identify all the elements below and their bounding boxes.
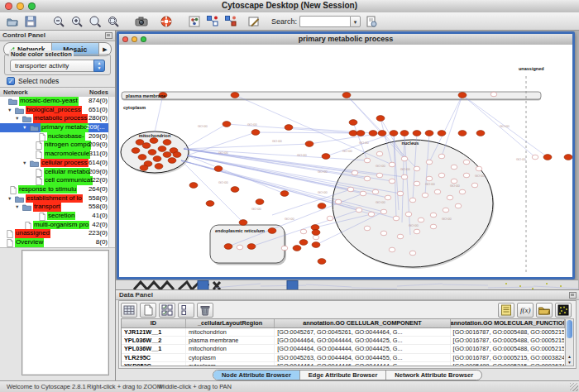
gene-node[interactable]: [405, 212, 412, 217]
tree-row[interactable]: secretion41(0): [0, 212, 115, 221]
selected-gene-node[interactable]: [189, 183, 198, 189]
gene-node[interactable]: [327, 216, 333, 221]
selected-gene-node[interactable]: [231, 93, 239, 98]
tree-row[interactable]: response to stimulu264(0): [0, 185, 115, 194]
selected-gene-node[interactable]: [256, 199, 264, 205]
selected-gene-node[interactable]: [231, 187, 239, 193]
selected-gene-node[interactable]: [413, 131, 421, 136]
gene-node[interactable]: [356, 208, 362, 213]
gene-node[interactable]: [414, 166, 420, 171]
gene-node[interactable]: [471, 183, 478, 188]
table-scrollbar[interactable]: ▲▼: [565, 318, 574, 366]
gene-node[interactable]: [451, 165, 457, 170]
tree-row[interactable]: mosaic-demo-yeast874(0): [0, 97, 115, 106]
snapshot-icon[interactable]: [134, 14, 149, 29]
matrix-icon[interactable]: [555, 303, 572, 318]
gene-node[interactable]: [476, 166, 482, 171]
tab-network-attribute-browser[interactable]: Network Attribute Browser: [386, 370, 481, 380]
delete-attr-icon[interactable]: [197, 303, 213, 318]
gene-node[interactable]: [414, 181, 420, 186]
selected-gene-node[interactable]: [299, 240, 308, 246]
tree-row[interactable]: unassigned223(0): [0, 229, 115, 238]
tree-row[interactable]: ▼transport558(0): [0, 203, 115, 212]
gene-node[interactable]: [455, 203, 462, 208]
selected-gene-node[interactable]: [239, 220, 247, 226]
expander-icon[interactable]: ▼: [15, 203, 19, 212]
scrollbar-arrows-icon[interactable]: ▲▼: [566, 354, 573, 366]
gene-node[interactable]: [414, 229, 420, 234]
expander-icon[interactable]: ▼: [7, 194, 12, 203]
selected-gene-node[interactable]: [268, 228, 276, 234]
gene-node[interactable]: [352, 170, 358, 175]
gene-node[interactable]: [335, 199, 342, 204]
selected-gene-node[interactable]: [311, 225, 319, 231]
selected-gene-node[interactable]: [318, 259, 326, 265]
gene-node[interactable]: [430, 224, 437, 229]
gene-node[interactable]: [397, 191, 404, 196]
selected-gene-node[interactable]: [356, 131, 365, 136]
selected-gene-node[interactable]: [247, 244, 256, 250]
modify-network-icon[interactable]: [223, 14, 238, 29]
gene-node[interactable]: [438, 173, 445, 178]
select-nodes-checkbox[interactable]: ✓: [7, 77, 15, 85]
search-input[interactable]: [299, 16, 350, 27]
column-header[interactable]: _cellularLayoutRegion: [186, 319, 275, 327]
attr-table-icon[interactable]: [121, 303, 137, 318]
tree-row[interactable]: nucleobase-209(0): [0, 132, 115, 141]
expander-icon[interactable]: ▼: [15, 114, 19, 123]
expander-icon[interactable]: ▼: [7, 106, 12, 115]
tree-row[interactable]: multi-organism pro42(0): [0, 221, 115, 230]
gene-node[interactable]: [380, 231, 387, 236]
selected-gene-node[interactable]: [163, 140, 171, 146]
selected-gene-node[interactable]: [312, 230, 320, 236]
select-attrs-icon[interactable]: [159, 303, 175, 318]
selected-gene-node[interactable]: [136, 140, 144, 146]
selected-gene-node[interactable]: [476, 131, 485, 136]
search-dropdown-icon[interactable]: ▾: [350, 16, 361, 27]
tree-scrollbar[interactable]: [108, 97, 115, 247]
vizmapper-icon[interactable]: [187, 14, 202, 29]
gene-node[interactable]: [364, 226, 371, 231]
tree-row[interactable]: cellular metabo209(0): [0, 168, 115, 177]
tab-edge-attribute-browser[interactable]: Edge Attribute Browser: [300, 370, 386, 380]
gene-node[interactable]: [389, 247, 395, 252]
gene-node[interactable]: [459, 189, 466, 194]
selected-gene-node[interactable]: [425, 131, 433, 136]
selected-gene-node[interactable]: [543, 155, 552, 160]
network-canvas[interactable]: GO:00GO:00GO:00GO:00GO:00GO:00GO:00GO:00…: [119, 45, 572, 277]
gene-node[interactable]: [430, 213, 437, 218]
gene-node[interactable]: [360, 191, 366, 196]
selected-gene-node[interactable]: [390, 131, 398, 136]
unselect-attrs-icon[interactable]: [178, 303, 194, 318]
zoom-selected-icon[interactable]: [106, 14, 121, 29]
selected-gene-node[interactable]: [173, 152, 181, 158]
selected-gene-node[interactable]: [223, 122, 231, 127]
selected-gene-node[interactable]: [458, 93, 467, 98]
resize-grip[interactable]: [570, 383, 578, 391]
tree-col-network[interactable]: Network: [3, 88, 28, 97]
selected-gene-node[interactable]: [378, 131, 386, 136]
gene-node[interactable]: [438, 154, 445, 159]
gene-node[interactable]: [447, 195, 453, 200]
selected-gene-node[interactable]: [168, 158, 176, 164]
notes-icon[interactable]: [498, 303, 514, 318]
gene-node[interactable]: [463, 173, 470, 178]
selected-gene-node[interactable]: [438, 131, 446, 136]
gene-node[interactable]: [490, 92, 497, 97]
selected-gene-node[interactable]: [312, 242, 320, 248]
selected-gene-node[interactable]: [251, 130, 260, 136]
gene-node[interactable]: [380, 209, 387, 214]
node-color-dropdown[interactable]: transporter activity ▲▼: [10, 60, 105, 72]
expander-icon[interactable]: ▼: [22, 159, 26, 168]
zoom-fit-icon[interactable]: [88, 14, 103, 29]
selected-gene-node[interactable]: [163, 152, 171, 158]
selected-gene-node[interactable]: [342, 93, 351, 98]
network-window-titlebar[interactable]: primary metabolic process: [119, 34, 572, 45]
gene-node[interactable]: [451, 179, 457, 184]
gene-node[interactable]: [313, 235, 319, 240]
selected-gene-node[interactable]: [224, 244, 232, 250]
gene-node[interactable]: [364, 176, 371, 181]
gene-node[interactable]: [300, 229, 307, 234]
zoom-in-icon[interactable]: [69, 14, 84, 29]
gene-node[interactable]: [368, 212, 375, 217]
